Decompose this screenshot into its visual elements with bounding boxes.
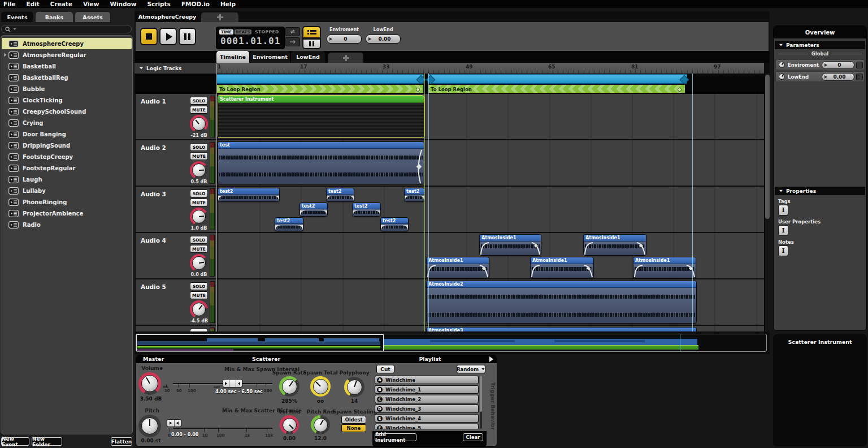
audio-clip-test2[interactable]: test2 (326, 188, 354, 202)
playlist-item[interactable]: F Windchime_5 (375, 424, 479, 429)
event-list-item[interactable]: FootstepRegular (2, 162, 132, 174)
fade-in-curve[interactable] (427, 264, 436, 278)
track-lane[interactable]: test2 test2 (218, 187, 765, 232)
clear-button[interactable]: Clear (463, 433, 483, 441)
event-list-item[interactable]: Laugh (2, 174, 132, 185)
scatter-distance-slider[interactable] (173, 428, 272, 429)
event-list-item[interactable]: CreepySchoolSound (2, 106, 132, 117)
track-volume-knob[interactable] (190, 115, 208, 133)
track-volume-knob[interactable] (190, 254, 208, 272)
vol-rnd-knob[interactable] (280, 415, 299, 434)
fade-out-curve[interactable] (407, 149, 423, 184)
event-list-item[interactable]: Radio (2, 219, 132, 230)
play-button[interactable] (159, 28, 177, 45)
tracks-view-toggle[interactable] (302, 26, 321, 38)
solo-button[interactable]: SOLO (190, 143, 208, 151)
parameter-checkbox[interactable] (856, 74, 863, 80)
expand-arrow-icon[interactable] (2, 53, 8, 57)
parameter-value-field[interactable]: 0.00 (822, 73, 854, 81)
minimap-viewport[interactable] (136, 334, 384, 351)
tab-banks[interactable]: Banks (36, 12, 73, 22)
parameters-section-header[interactable]: Parameters (775, 41, 865, 49)
playlist-item[interactable]: B Windchime_1 (375, 385, 479, 394)
spawn-rate-knob[interactable] (279, 376, 300, 397)
playlist-scrollbar[interactable] (480, 376, 482, 429)
fade-in-curve[interactable] (634, 264, 643, 278)
mute-button[interactable]: MUTE (190, 106, 208, 114)
timeline-ruler[interactable]: 1173349658197 (216, 63, 764, 74)
event-list-item[interactable]: Bubble (2, 83, 132, 94)
add-parameter-tab-button[interactable] (328, 53, 363, 63)
loop-region-handle-icon[interactable] (680, 75, 689, 85)
properties-section-header[interactable]: Properties (775, 187, 865, 195)
spawn-stealing-oldest-button[interactable]: Oldest (341, 416, 366, 424)
event-list-item[interactable]: Lullaby (2, 185, 132, 196)
spawn-interval-handle[interactable] (223, 379, 242, 387)
parameter-value-field[interactable]: 0.00 (366, 35, 401, 44)
logic-tracks-header[interactable]: Logic Tracks (134, 63, 216, 74)
menu-item[interactable]: View (83, 1, 99, 7)
fade-in-curve[interactable] (584, 242, 593, 255)
fade-out-curve[interactable] (584, 264, 593, 278)
tab-events[interactable]: Events (1, 12, 33, 22)
search-input[interactable] (1, 25, 132, 33)
fade-in-curve[interactable] (531, 264, 540, 278)
scrollbar-thumb[interactable] (765, 75, 770, 219)
audio-clip-test[interactable]: test (218, 141, 424, 184)
menu-item[interactable]: Create (50, 1, 72, 7)
track-volume-knob[interactable] (190, 208, 208, 226)
menu-item[interactable]: Edit (27, 1, 40, 7)
audio-clip-test2[interactable]: test2 (352, 203, 381, 217)
add-instrument-button[interactable]: Add Instrument (375, 433, 416, 441)
audio-clip-atmosinside1[interactable]: AtmosInside1 (633, 257, 696, 278)
event-list-item[interactable]: ProjectorAmbience (2, 208, 132, 219)
audio-clip-atmosinside1[interactable]: AtmosInside1 (583, 234, 646, 256)
solo-button[interactable]: SOLO (190, 97, 208, 105)
pause-button[interactable] (179, 28, 196, 45)
event-list-item[interactable]: DrippingSound (2, 140, 132, 151)
track-lane[interactable]: AtmosInside3 (218, 326, 765, 331)
audio-clip-test2[interactable]: test2 (275, 217, 303, 231)
edit-text-button[interactable]: I (778, 225, 788, 236)
audio-clip-atmosinside3[interactable]: AtmosInside3 (426, 327, 697, 331)
transition-region-to-loop[interactable]: To Loop Region (216, 84, 424, 93)
audio-clip-test2[interactable]: test2 (300, 203, 328, 217)
spawn-stealing-none-button[interactable]: None (341, 424, 366, 432)
solo-button[interactable]: SOLO (190, 236, 208, 244)
solo-button[interactable] (190, 329, 208, 331)
playlist-item[interactable]: E Windchime_4 (375, 414, 479, 423)
fade-out-curve[interactable] (686, 264, 695, 278)
deck-expand-arrow-icon[interactable] (489, 356, 493, 362)
event-list-item[interactable]: AtmosphereCreepy (2, 38, 132, 49)
audio-clip-atmosinside1[interactable]: AtmosInside1 (479, 234, 541, 256)
menu-item[interactable]: Window (110, 1, 136, 7)
tab-timeline[interactable]: Timeline (216, 51, 249, 63)
stop-button[interactable] (140, 28, 158, 45)
track-lane[interactable]: test (218, 140, 765, 186)
edit-text-button[interactable]: I (778, 205, 788, 216)
mute-button[interactable]: MUTE (190, 245, 208, 253)
timeline-minimap[interactable] (136, 334, 767, 352)
transition-region-to-loop[interactable]: To Loop Region (428, 84, 685, 93)
fade-out-curve[interactable] (479, 264, 488, 278)
event-list-item[interactable]: AtmosphereRegular (2, 49, 132, 61)
mute-button[interactable]: MUTE (190, 199, 208, 206)
beats-mode-badge[interactable]: BEATS (235, 29, 251, 35)
parameter-value-field[interactable]: 0 (822, 61, 854, 69)
event-list-item[interactable]: BasketballReg (2, 72, 132, 83)
track-lane[interactable]: AtmosInside1 AtmosInside1 (218, 233, 765, 278)
audio-clip-test2[interactable]: test2 (218, 188, 280, 202)
solo-button[interactable]: SOLO (190, 189, 208, 197)
fade-out-curve[interactable] (531, 242, 540, 255)
new-folder-button[interactable]: New Folder (32, 437, 62, 446)
menu-item[interactable]: Help (220, 1, 236, 7)
event-list-item[interactable]: FootstepCreepy (2, 151, 132, 162)
tab-lowend[interactable]: LowEnd (291, 51, 325, 63)
track-lane[interactable]: Scatterer Instrument (218, 94, 765, 139)
event-list-item[interactable]: Basketball (2, 61, 132, 72)
audio-clip-atmosinside2[interactable]: AtmosInside2 (426, 281, 697, 324)
event-tab-atmospherecreepy[interactable]: AtmosphereCreepy (136, 11, 199, 22)
follow-cursor-button[interactable] (285, 37, 300, 46)
playlist-item[interactable]: A Windchime (375, 376, 479, 384)
event-list-item[interactable]: ClockTicking (2, 94, 132, 106)
